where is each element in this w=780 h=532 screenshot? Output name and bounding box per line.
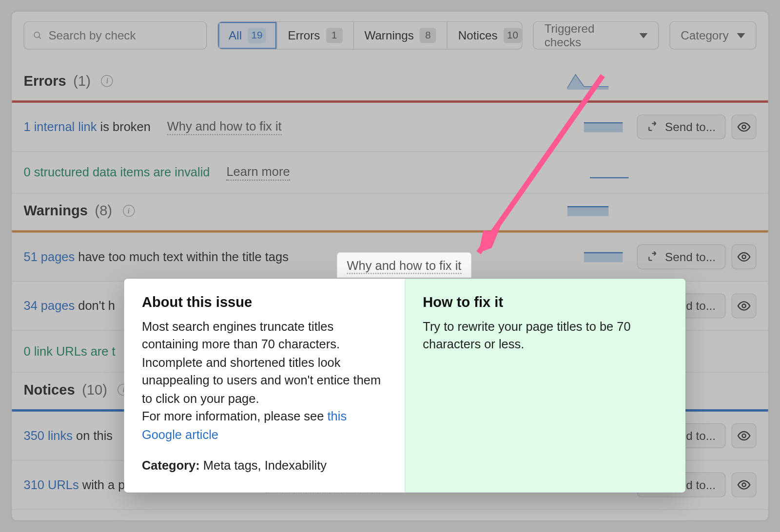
tab-all-count: 19 [248,28,266,43]
issue-row: 254 links have no anchor text Why and ho… [12,510,768,521]
issue-count-link[interactable]: 1 internal link [23,120,97,133]
category-value: Meta tags, Indexability [200,458,327,472]
search-field[interactable] [48,29,198,42]
view-button[interactable] [732,473,757,497]
svg-point-13 [742,304,745,307]
tab-notices-label: Notices [458,29,498,42]
toolbar: All 19 Errors 1 Warnings 8 Notices 10 Tr… [12,12,768,64]
svg-point-18 [742,434,745,437]
about-more-prefix: For more information, please see [142,409,328,423]
info-icon[interactable]: i [101,75,113,87]
issue-count-link[interactable]: 51 pages [23,250,75,264]
fix-link-open[interactable]: Why and how to fix it [337,252,471,278]
tab-notices[interactable]: Notices 10 [448,22,523,49]
tab-errors-count: 1 [326,28,343,43]
issue-count-link[interactable]: 350 links [23,429,72,442]
search-input[interactable] [23,21,207,50]
share-icon [647,251,659,263]
tab-warnings-label: Warnings [364,29,413,42]
send-to-label: Send to... [665,120,716,134]
triggered-checks-dropdown[interactable]: Triggered checks [533,21,659,50]
eye-icon [737,429,751,443]
view-button[interactable] [732,245,757,269]
eye-icon [737,478,751,492]
send-to-button[interactable]: Send to... [637,245,725,269]
category-dropdown[interactable]: Category [669,21,756,50]
issue-text: don't h [75,299,115,312]
triggered-checks-label: Triggered checks [545,22,631,49]
eye-icon [737,299,751,313]
view-button[interactable] [732,114,757,139]
errors-heading: Errors (1) i [12,64,768,100]
view-button[interactable] [732,423,757,448]
warnings-heading: Warnings (8) i [12,194,768,230]
chevron-down-icon [737,33,745,38]
tab-all[interactable]: All 19 [218,22,277,49]
notices-count: (10) [82,381,107,398]
tab-warnings-count: 8 [420,28,436,43]
tab-notices-count: 10 [504,28,522,43]
view-button[interactable] [732,293,757,318]
fix-title: How to fix it [423,294,667,311]
popover-about: About this issue Most search engines tru… [124,279,405,492]
about-body: Most search engines truncate titles cont… [142,320,381,405]
errors-title: Errors [23,73,66,89]
send-to-button[interactable]: Send to... [637,114,725,139]
about-title: About this issue [142,294,387,311]
svg-line-28 [479,76,603,253]
warnings-count: (8) [95,203,112,219]
issue-count-link[interactable]: 310 URLs [23,478,78,492]
errors-count: (1) [73,73,91,89]
issue-row: 1 internal link is broken Why and how to… [12,103,768,152]
share-icon [647,121,659,133]
issue-text: on this [73,429,113,442]
fix-link-label: Why and how to fix it [347,259,462,274]
issue-row: 0 structured data items are invalid Lear… [12,152,768,194]
fix-link[interactable]: Why and how to fix it [167,119,282,135]
search-icon [33,30,43,41]
notices-title: Notices [23,381,75,398]
svg-point-10 [742,255,745,259]
svg-line-1 [39,37,41,38]
tab-all-label: All [229,29,242,42]
issue-text: with a p [79,478,125,492]
issue-count-link[interactable]: 0 link URLs are t [23,344,115,359]
issue-count-link[interactable]: 0 structured data items are invalid [23,165,210,179]
fix-body: Try to rewrite your page titles to be 70… [423,318,667,354]
issue-popover: About this issue Most search engines tru… [124,279,686,492]
category-label: Category: [142,458,200,472]
app-canvas: All 19 Errors 1 Warnings 8 Notices 10 Tr… [0,0,780,532]
popover-fix: How to fix it Try to rewrite your page t… [405,279,685,492]
info-icon[interactable]: i [123,205,135,217]
category-label: Category [681,29,728,42]
warnings-title: Warnings [23,203,87,219]
issue-count-link[interactable]: 34 pages [23,299,75,312]
svg-point-20 [742,483,745,487]
annotation-arrow-icon [455,70,620,265]
chevron-down-icon [639,33,647,38]
issue-text: is broken [97,120,150,133]
tab-errors-label: Errors [288,29,320,42]
svg-point-4 [742,125,745,129]
tab-warnings[interactable]: Warnings 8 [354,22,448,49]
learn-more-link[interactable]: Learn more [226,165,290,181]
eye-icon [737,120,751,134]
send-to-label: Send to... [665,250,716,264]
svg-point-0 [34,32,39,38]
tab-errors[interactable]: Errors 1 [277,22,354,49]
eye-icon [737,250,751,264]
filter-tabs: All 19 Errors 1 Warnings 8 Notices 10 [217,21,523,50]
issue-text: have too much text within the title tags [75,250,289,264]
